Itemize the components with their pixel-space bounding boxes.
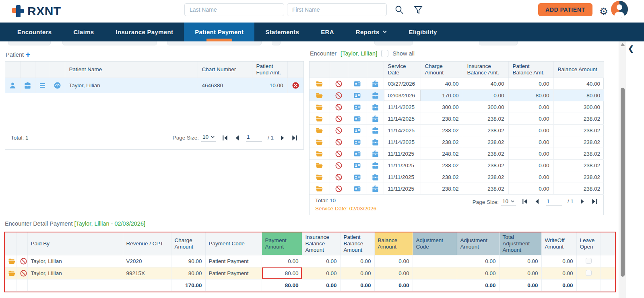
briefcase-icon[interactable] (367, 160, 384, 171)
briefcase-icon[interactable] (367, 136, 384, 148)
briefcase-icon[interactable] (367, 101, 384, 113)
id-card-icon[interactable] (348, 171, 367, 183)
briefcase-icon[interactable] (20, 78, 35, 93)
block-icon[interactable] (330, 148, 348, 160)
service-date-cell[interactable]: 11/11/2025 (384, 148, 421, 160)
nav-item-encounters[interactable]: Encounters (6, 23, 63, 41)
block-icon[interactable] (330, 90, 348, 101)
id-card-icon[interactable] (348, 136, 367, 148)
block-icon[interactable] (330, 125, 348, 136)
briefcase-icon[interactable] (367, 171, 384, 183)
briefcase-icon[interactable] (367, 148, 384, 160)
block-icon[interactable] (16, 255, 27, 267)
service-date-cell[interactable]: 03/27/2026 (384, 78, 421, 90)
block-icon[interactable] (330, 160, 348, 171)
filter-icon[interactable] (413, 5, 423, 14)
id-card-icon[interactable] (348, 148, 367, 160)
add-patient-plus-icon[interactable]: + (25, 50, 30, 59)
id-card-icon[interactable] (348, 160, 367, 171)
block-icon[interactable] (330, 101, 348, 113)
id-card-icon[interactable] (348, 183, 367, 195)
first-name-input[interactable] (287, 3, 387, 16)
encounter-table-row[interactable]: 11/11/2025248.02238.020.00238.02 (310, 148, 604, 160)
encounter-table-row[interactable]: 11/14/2025300.00300.000.00300.00 (310, 101, 604, 113)
service-date-cell[interactable]: 11/14/2025 (384, 136, 421, 148)
briefcase-icon[interactable] (367, 183, 384, 195)
service-date-cell[interactable]: 02/03/2026 (384, 90, 421, 101)
folder-icon[interactable] (310, 148, 330, 160)
folder-icon[interactable] (310, 78, 330, 90)
prev-page-button[interactable] (534, 198, 540, 205)
folder-icon[interactable] (310, 136, 330, 148)
folder-icon[interactable] (310, 90, 330, 101)
detail-table-row[interactable]: Taylor, LillianV202090.00Patient Payment… (5, 255, 615, 267)
next-page-button[interactable] (579, 198, 586, 205)
folder-icon[interactable] (5, 255, 16, 267)
remove-fund-icon[interactable] (287, 78, 303, 93)
show-all-checkbox[interactable] (381, 50, 388, 57)
briefcase-icon[interactable] (367, 113, 384, 125)
add-patient-button[interactable]: ADD PATIENT (538, 3, 592, 16)
id-card-icon[interactable] (348, 101, 367, 113)
encounter-table-row[interactable]: 03/27/202640.0040.000.0040.00 (310, 78, 604, 90)
service-date-cell[interactable]: 11/11/2025 (384, 183, 421, 195)
id-card-icon[interactable] (348, 113, 367, 125)
leave-open-checkbox[interactable] (586, 270, 592, 276)
id-card-icon[interactable] (348, 78, 367, 90)
last-name-input[interactable] (184, 3, 284, 16)
briefcase-icon[interactable] (367, 90, 384, 101)
folder-icon[interactable] (310, 101, 330, 113)
block-icon[interactable] (330, 171, 348, 183)
scrollbar-thumb[interactable] (621, 88, 625, 277)
page-number-input[interactable] (546, 198, 562, 206)
first-page-button[interactable] (222, 135, 228, 141)
block-icon[interactable] (330, 136, 348, 148)
nav-item-eligibility[interactable]: Eligibility (398, 23, 448, 41)
scroll-up-arrow-icon[interactable] (620, 43, 625, 46)
user-avatar[interactable] (611, 1, 628, 18)
patient-name-cell[interactable]: Taylor, Lillian (65, 78, 198, 93)
folder-icon[interactable] (310, 171, 330, 183)
encounter-table-row[interactable]: 11/11/2025238.02238.020.00238.02 (310, 183, 604, 195)
rxnt-logo[interactable]: RXNT (11, 4, 61, 18)
encounter-table-row[interactable]: 11/14/2025238.02238.020.00238.02 (310, 125, 604, 136)
page-size-select[interactable]: 10 (201, 134, 216, 142)
leave-open-checkbox[interactable] (586, 258, 592, 264)
folder-icon[interactable] (5, 267, 16, 280)
service-date-cell[interactable]: 11/14/2025 (384, 101, 421, 113)
block-icon[interactable] (16, 267, 27, 280)
folder-icon[interactable] (310, 160, 330, 171)
id-card-icon[interactable] (348, 90, 367, 101)
page-size-select[interactable]: 10 (501, 198, 516, 206)
folder-icon[interactable] (310, 183, 330, 195)
nav-item-patient-payment[interactable]: Patient Payment (184, 23, 254, 41)
folder-icon[interactable] (310, 125, 330, 136)
leave-open-cell[interactable] (576, 267, 601, 280)
last-page-button[interactable] (291, 135, 298, 141)
folder-icon[interactable] (310, 113, 330, 125)
encounter-table-row[interactable]: 11/14/2025238.02238.020.00238.02 (310, 113, 604, 125)
person-icon[interactable] (5, 78, 20, 93)
menu-icon[interactable] (35, 78, 50, 93)
search-icon[interactable] (394, 5, 404, 14)
encounter-table-row[interactable]: 11/11/2025238.02238.020.00238.02 (310, 160, 604, 171)
encounter-table-row[interactable]: 11/14/2025238.02238.020.00238.02 (310, 136, 604, 148)
block-icon[interactable] (330, 113, 348, 125)
prev-page-button[interactable] (234, 135, 240, 141)
nav-item-reports[interactable]: Reports (345, 23, 398, 41)
service-date-cell[interactable]: 11/14/2025 (384, 113, 421, 125)
settings-gear-icon[interactable]: ⚙ (598, 4, 609, 19)
nav-item-insurance-payment[interactable]: Insurance Payment (105, 23, 184, 41)
first-page-button[interactable] (522, 198, 528, 205)
briefcase-icon[interactable] (367, 78, 384, 90)
id-card-icon[interactable] (348, 125, 367, 136)
patient-table-row[interactable]: Taylor, Lillian464638010.00 (5, 78, 303, 93)
collapse-panel-chevron-icon[interactable]: ❮ (628, 44, 634, 53)
encounter-table-row[interactable]: 11/11/2025238.02238.020.00238.02 (310, 171, 604, 183)
nav-item-claims[interactable]: Claims (63, 23, 105, 41)
service-date-cell[interactable]: 11/11/2025 (384, 160, 421, 171)
encounter-table-row[interactable]: 02/03/2026170.000.0080.0080.00 (310, 90, 604, 101)
block-icon[interactable] (330, 78, 348, 90)
briefcase-icon[interactable] (367, 125, 384, 136)
leave-open-cell[interactable] (576, 255, 601, 267)
